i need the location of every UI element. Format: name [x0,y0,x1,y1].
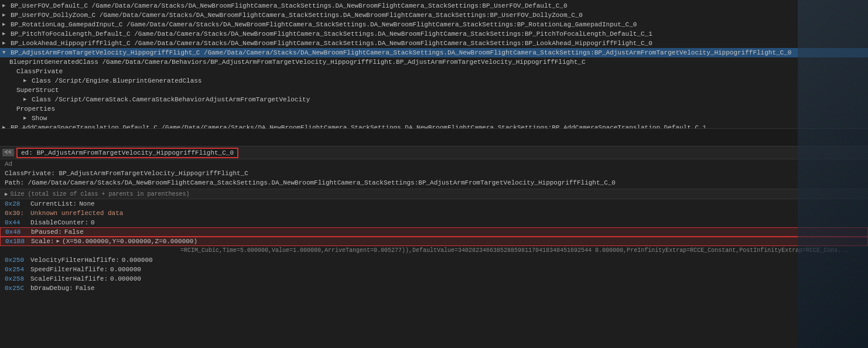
tree-item-13[interactable]: ▶ BP_AddCameraSpaceTranslation_Default_C… [0,123,868,129]
offset-0x258: 0x258 [5,274,28,284]
offset-0x1B8: 0x1B8 [5,237,29,246]
details-panel: << ed: BP_AdjustArmFromTargetVelocity_Hi… [0,146,868,348]
tree-text-5: BP_AdjustArmFromTargetVelocity_Hippogrif… [11,48,791,57]
add-line: Ad [0,159,868,169]
field-value-currentlist: None [79,199,94,209]
field-value-disablecounter: 0 [91,218,95,227]
expand-icon-4[interactable]: ▶ [2,40,9,47]
offset-0x30: 0x30: [5,209,28,218]
tree-text-4: BP_LookAhead_HippogriffFlight_C /Game/Da… [11,39,652,48]
tree-text-3: BP_PitchToFocalLength_Default_C /Game/Da… [11,29,652,39]
scale-expand-icon[interactable]: ▶ [57,237,60,246]
expand-icon-13[interactable]: ▶ [2,124,9,129]
field-name-currentlist: CurrentList: [30,199,77,209]
expand-icon-2[interactable]: ▶ [2,21,9,28]
field-value-velocityfilter: 0.000000 [122,255,153,265]
tree-text-1: BP_UserFOV_DollyZoom_C /Game/Data/Camera… [11,11,583,20]
tree-item-4[interactable]: ▶ BP_LookAhead_HippogriffFlight_C /Game/… [0,39,868,48]
tree-item-11[interactable]: Properties [0,104,868,114]
data-line-0x1B8[interactable]: 0x1B8 Scale: ▶ (X=50.000000,Y=0.000000,Z… [0,237,868,246]
tree-text-6: BlueprintGeneratedClass /Game/Data/Camer… [9,57,586,67]
expand-icon-0[interactable]: ▶ [2,2,9,9]
tree-panel: ▶ BP_UserFOV_Default_C /Game/Data/Camera… [0,0,868,129]
tree-item-10[interactable]: ▶ Class /Script/CameraStack.CameraStackB… [0,95,868,104]
tree-text-11: Properties [16,104,55,114]
field-value-bdrawdebug: False [76,284,95,293]
size-bar[interactable]: ▶ Size (total size of class + parents in… [0,189,868,199]
offset-0x28: 0x28 [5,199,28,209]
field-name-bpaused: bPaused: [31,227,62,237]
tree-text-7: ClassPrivate [16,67,63,76]
tree-text-10: Class /Script/CameraStack.CameraStackBeh… [32,95,310,104]
data-line-0x250[interactable]: 0x250 VelocityFilterHalflife: 0.000000 [0,255,868,265]
size-expand-icon[interactable]: ▶ [5,191,8,197]
field-value-speedfilter: 0.000000 [110,265,141,274]
tree-item-0[interactable]: ▶ BP_UserFOV_Default_C /Game/Data/Camera… [0,1,868,11]
field-name-unreflected: Unknown unreflected data [30,209,123,218]
class-private-text: ClassPrivate: BP_AdjustArmFromTargetVelo… [5,170,248,177]
main-container: ▶ BP_UserFOV_Default_C /Game/Data/Camera… [0,0,868,348]
add-label: Ad [5,161,12,168]
expand-icon-1[interactable]: ▶ [2,12,9,19]
tree-text-9: SuperStruct [16,86,59,95]
class-private-line: ClassPrivate: BP_AdjustArmFromTargetVelo… [0,169,868,178]
selected-badge: << [2,149,14,156]
data-line-0x44[interactable]: 0x44 DisableCounter: 0 [0,218,868,227]
field-name-bdrawdebug: bDrawDebug: [30,284,73,293]
background-overlay [798,0,868,348]
tree-item-1[interactable]: ▶ BP_UserFOV_DollyZoom_C /Game/Data/Came… [0,11,868,20]
field-name-disablecounter: DisableCounter: [30,218,88,227]
expand-icon-8[interactable]: ▶ [23,77,30,84]
path-line: Path: /Game/Data/Camera/Stacks/DA_NewBro… [0,178,868,187]
field-value-scalefilter: 0.000000 [110,274,141,284]
selected-header: << ed: BP_AdjustArmFromTargetVelocity_Hi… [0,146,868,159]
field-name-scalefilter: ScaleFilterHalflife: [30,274,108,284]
data-line-0x48[interactable]: 0x48 bPaused: False [0,227,868,237]
tree-item-3[interactable]: ▶ BP_PitchToFocalLength_Default_C /Game/… [0,29,868,39]
offset-0x48: 0x48 [5,227,29,237]
offset-0x254: 0x254 [5,265,28,274]
size-label: Size (total size of class + parents in p… [10,191,189,197]
expand-icon-3[interactable]: ▶ [2,30,9,37]
selected-highlight-text: ed: BP_AdjustArmFromTargetVelocity_Hippo… [21,149,234,156]
tree-item-7[interactable]: ClassPrivate [0,67,868,76]
data-line-0x25C[interactable]: 0x25C bDrawDebug: False [0,284,868,293]
expand-icon-12[interactable]: ▶ [23,115,30,122]
offset-0x44: 0x44 [5,218,28,227]
field-value-scale: (X=50.000000,Y=0.000000,Z=0.000000) [62,237,197,246]
selected-highlight-box: ed: BP_AdjustArmFromTargetVelocity_Hippo… [16,148,238,158]
data-line-0x30[interactable]: 0x30: Unknown unreflected data [0,209,868,218]
tree-item-6[interactable]: BlueprintGeneratedClass /Game/Data/Camer… [0,57,868,67]
tree-text-13: BP_AddCameraSpaceTranslation_Default_C /… [11,123,706,129]
tree-text-2: BP_RotationLag_GamepadInput_C /Game/Data… [11,20,637,29]
tree-item-2[interactable]: ▶ BP_RotationLag_GamepadInput_C /Game/Da… [0,20,868,29]
tree-item-12[interactable]: ▶ Show [0,114,868,123]
expand-icon-5[interactable]: ▼ [2,49,9,56]
offset-0x250: 0x250 [5,255,28,265]
field-value-bpaused: False [64,227,84,237]
field-name-velocityfilter: VelocityFilterHalflife: [30,255,119,265]
data-line-0x254[interactable]: 0x254 SpeedFilterHalflife: 0.000000 [0,265,868,274]
expand-icon-10[interactable]: ▶ [23,96,30,103]
gap-area [0,129,868,146]
tree-item-8[interactable]: ▶ Class /Script/Engine.BlueprintGenerate… [0,76,868,86]
tree-text-12: Show [32,114,47,123]
tree-item-9[interactable]: SuperStruct [0,86,868,95]
tree-item-5[interactable]: ▼ BP_AdjustArmFromTargetVelocity_Hippogr… [0,48,868,57]
tree-text-0: BP_UserFOV_Default_C /Game/Data/Camera/S… [11,1,568,11]
field-name-speedfilter: SpeedFilterHalflife: [30,265,108,274]
data-line-0x28[interactable]: 0x28 CurrentList: None [0,199,868,209]
path-text: Path: /Game/Data/Camera/Stacks/DA_NewBro… [5,179,616,186]
tree-text-8: Class /Script/Engine.BlueprintGeneratedC… [32,76,201,86]
field-name-scale: Scale: [31,237,54,246]
long-value-line: =RCIM_Cubic,Time=5.000000,Value=1.000000… [0,246,868,255]
offset-0x25C: 0x25C [5,284,28,293]
data-line-0x258[interactable]: 0x258 ScaleFilterHalflife: 0.000000 [0,274,868,284]
long-value-text: =RCIM_Cubic,Time=5.000000,Value=1.000000… [5,246,848,255]
